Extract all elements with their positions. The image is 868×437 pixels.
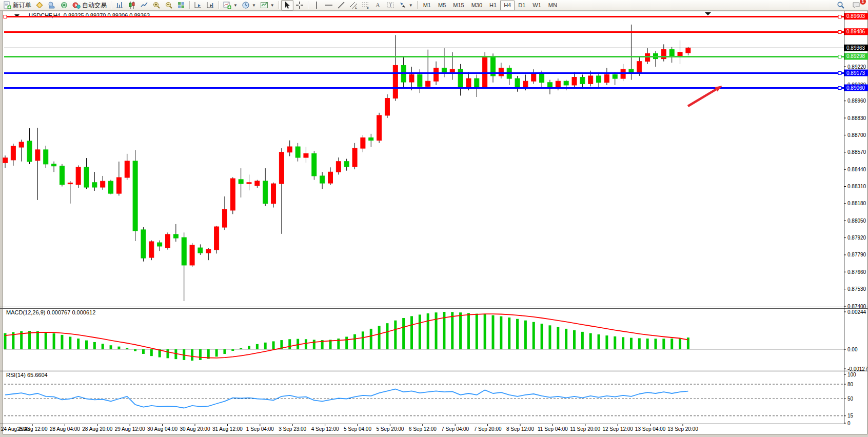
candle-body (540, 73, 544, 83)
tile-windows-button[interactable] (175, 0, 187, 11)
annotation-arrow-shaft[interactable] (688, 89, 716, 106)
line-handle[interactable] (838, 87, 841, 90)
candle-body (385, 98, 389, 115)
horizontal-line-tool-button[interactable] (323, 0, 335, 11)
zoom-out-button[interactable] (163, 0, 175, 11)
line-chart-type-button[interactable] (138, 0, 150, 11)
candle-body (418, 74, 422, 86)
fibonacci-tool-button[interactable]: F (360, 0, 372, 11)
chart-shift-icon (206, 1, 214, 9)
timeframe-h4[interactable]: H4 (500, 1, 515, 10)
macd-bar (516, 319, 519, 349)
timeframe-d1[interactable]: D1 (515, 1, 529, 10)
macd-bar (199, 349, 202, 360)
candle-body (263, 181, 268, 204)
signals-button[interactable] (58, 0, 70, 11)
equidistant-channel-icon: E (349, 1, 358, 9)
candle-body (361, 138, 365, 149)
chart-shift-button[interactable] (204, 0, 216, 11)
svg-text:0.89363: 0.89363 (846, 45, 865, 51)
horizontal-line-icon (325, 1, 333, 9)
candle-body (182, 237, 186, 265)
timeframe-m5[interactable]: M5 (435, 1, 449, 10)
autotrading-icon (72, 1, 81, 9)
search-button[interactable] (835, 0, 847, 11)
autotrading-button[interactable]: 自动交易 (70, 0, 109, 11)
macd-bar (435, 312, 438, 349)
macd-bar (378, 326, 381, 349)
candle-body (547, 83, 552, 88)
profiles-button[interactable] (33, 0, 46, 11)
cursor-tool-button[interactable] (281, 0, 293, 11)
svg-text:0.89298: 0.89298 (846, 53, 865, 59)
svg-text:0.88180: 0.88180 (847, 201, 866, 206)
svg-text:F: F (367, 7, 369, 10)
auto-scroll-icon (194, 1, 202, 9)
rsi-line (5, 389, 688, 408)
macd-bar (410, 316, 413, 349)
templates-button[interactable]: ▼ (258, 0, 277, 11)
toolbar-separator (219, 1, 219, 9)
timeframe-m15[interactable]: M15 (449, 1, 467, 10)
indicators-button[interactable]: ▼ (221, 0, 240, 11)
macd-bar (345, 336, 348, 349)
arrows-tool-button[interactable]: ▼ (397, 0, 415, 11)
new-order-icon (3, 1, 11, 9)
macd-bar (638, 338, 641, 349)
macd-bar (353, 334, 356, 349)
search-icon (837, 1, 845, 9)
bar-chart-type-button[interactable] (113, 0, 126, 11)
macd-bar (231, 349, 234, 351)
chart-shift-marker-icon[interactable] (705, 12, 711, 15)
svg-text:3 Sep 23:00: 3 Sep 23:00 (279, 426, 306, 432)
new-order-label: 新订单 (13, 1, 31, 10)
crosshair-tool-button[interactable] (293, 0, 306, 11)
candle-body (125, 161, 129, 177)
macd-bar (670, 339, 673, 349)
macd-bar (500, 316, 502, 349)
line-handle[interactable] (838, 55, 841, 58)
line-handle[interactable] (838, 72, 841, 75)
svg-text:30 Aug 20:00: 30 Aug 20:00 (180, 426, 210, 432)
zoom-in-button[interactable] (150, 0, 163, 11)
arrow-objects-icon (399, 1, 407, 9)
auto-scroll-button[interactable] (192, 0, 204, 11)
timeframe-m30[interactable]: M30 (468, 1, 486, 10)
line-handle[interactable] (838, 15, 841, 18)
candle-body (109, 181, 113, 193)
chart-canvas[interactable]: 0.892200.890800.889600.888300.887000.885… (0, 0, 868, 437)
candle-body (101, 181, 105, 187)
timeframe-m1[interactable]: M1 (420, 1, 435, 10)
timeframe-h1[interactable]: H1 (486, 1, 500, 10)
timeframe-mn[interactable]: MN (545, 1, 561, 10)
line-handle[interactable] (4, 15, 7, 18)
notifications-button[interactable]: 1 (850, 0, 863, 11)
market-watch-button[interactable] (46, 0, 58, 11)
macd-bar (557, 327, 559, 349)
candle-body (645, 53, 650, 61)
macd-bar (484, 314, 486, 349)
candlestick-type-button[interactable] (126, 0, 138, 11)
macd-bar (167, 349, 169, 358)
candle-body (352, 148, 357, 167)
line-chart-icon (140, 1, 148, 9)
svg-text:5 Sep 04:00: 5 Sep 04:00 (344, 426, 371, 432)
vertical-line-tool-button[interactable] (310, 0, 323, 11)
periods-button[interactable]: ▼ (240, 0, 258, 11)
new-order-button[interactable]: 新订单 (1, 0, 33, 11)
macd-bar (126, 348, 128, 349)
macd-bar (655, 339, 657, 349)
line-handle[interactable] (838, 31, 841, 34)
candle-body (483, 56, 487, 88)
macd-bar (223, 349, 226, 354)
trendline-tool-button[interactable] (335, 0, 347, 11)
timeframe-w1[interactable]: W1 (529, 1, 545, 10)
text-label-tool-button[interactable]: T (384, 0, 397, 11)
toolbar-separator (417, 1, 418, 9)
candle-body (230, 178, 235, 210)
zoom-out-icon (165, 1, 173, 9)
channel-tool-button[interactable]: E (347, 0, 360, 11)
text-tool-button[interactable]: A (372, 0, 384, 11)
macd-bar (134, 349, 136, 351)
candle-body (328, 172, 333, 183)
